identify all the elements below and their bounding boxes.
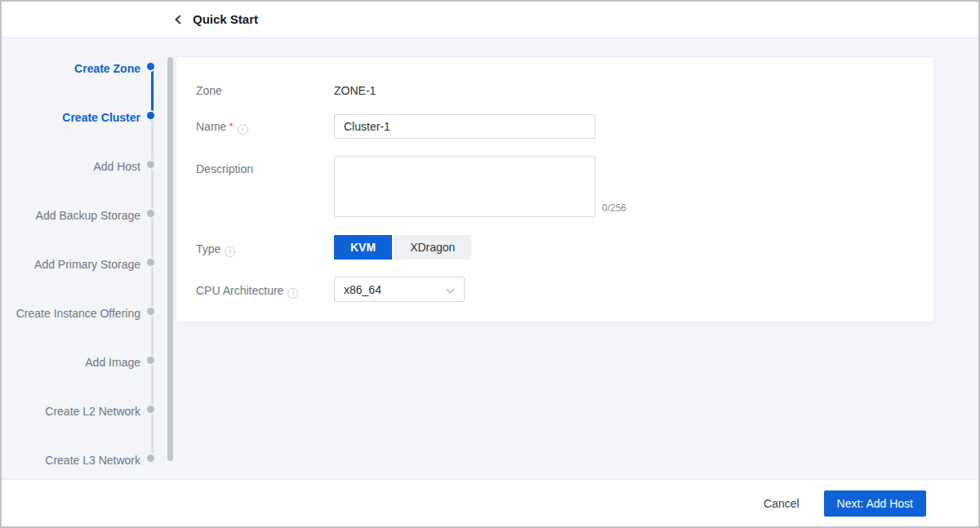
step-label: Add Image bbox=[85, 354, 140, 370]
step-label: Add Primary Storage bbox=[34, 256, 140, 273]
quick-start-window: Quick Start Create ZoneCreate ClusterAdd… bbox=[0, 0, 980, 528]
footer: Cancel Next: Add Host bbox=[2, 479, 978, 526]
page-title: Quick Start bbox=[193, 12, 258, 26]
step-item[interactable]: Create L3 Network bbox=[2, 452, 165, 468]
step-dot-icon bbox=[147, 455, 154, 462]
name-input[interactable] bbox=[334, 114, 595, 139]
step-dot-icon bbox=[147, 210, 154, 217]
type-info-icon[interactable]: i bbox=[225, 246, 235, 257]
type-label: Typei bbox=[196, 241, 235, 257]
step-dot-icon bbox=[147, 112, 154, 119]
step-dot-icon bbox=[147, 259, 154, 266]
step-dot-icon bbox=[147, 406, 154, 413]
type-option-xdragon[interactable]: XDragon bbox=[394, 235, 471, 260]
cpu-architecture-label: CPU Architecturei bbox=[196, 282, 298, 299]
cpu-architecture-info-icon[interactable]: i bbox=[287, 288, 298, 299]
description-char-counter: 0/256 bbox=[602, 202, 626, 214]
cancel-button[interactable]: Cancel bbox=[764, 497, 800, 510]
steps-sidebar: Create ZoneCreate ClusterAdd HostAdd Bac… bbox=[2, 38, 165, 479]
step-dot-icon bbox=[147, 357, 154, 364]
back-chevron-icon bbox=[175, 15, 184, 24]
scrollbar-thumb[interactable] bbox=[167, 57, 173, 461]
description-label: Description bbox=[196, 161, 253, 177]
step-label: Add Host bbox=[93, 158, 140, 175]
step-dot-icon bbox=[147, 63, 154, 70]
zone-label: Zone bbox=[196, 82, 222, 99]
cpu-architecture-select[interactable]: x86_64 bbox=[334, 277, 465, 302]
required-asterisk: * bbox=[229, 120, 233, 133]
step-item[interactable]: Create Instance Offering bbox=[2, 305, 165, 322]
type-option-group: KVMXDragon bbox=[334, 235, 471, 260]
step-label: Create Zone bbox=[74, 60, 140, 77]
step-item[interactable]: Add Host bbox=[2, 158, 165, 175]
header: Quick Start bbox=[2, 2, 978, 38]
step-item[interactable]: Create Cluster bbox=[2, 109, 165, 126]
type-option-kvm[interactable]: KVM bbox=[334, 235, 392, 260]
step-item[interactable]: Create Zone bbox=[2, 60, 165, 77]
name-info-icon[interactable]: i bbox=[238, 124, 248, 135]
create-cluster-form: Zone ZONE-1 Name*i Description 0/256 Typ… bbox=[176, 58, 933, 322]
step-label: Create Cluster bbox=[62, 109, 140, 126]
step-item[interactable]: Add Image bbox=[2, 354, 165, 370]
step-item[interactable]: Add Primary Storage bbox=[2, 256, 165, 273]
step-item[interactable]: Create L2 Network bbox=[2, 403, 165, 419]
step-dot-icon bbox=[147, 308, 154, 315]
back-button[interactable] bbox=[172, 11, 188, 28]
step-dot-icon bbox=[147, 161, 154, 168]
name-label: Name*i bbox=[196, 118, 248, 135]
main-area: Create ZoneCreate ClusterAdd HostAdd Bac… bbox=[2, 38, 978, 479]
description-textarea[interactable] bbox=[334, 156, 595, 217]
zone-value: ZONE-1 bbox=[334, 82, 376, 99]
step-label: Create L3 Network bbox=[45, 452, 140, 468]
step-label: Add Backup Storage bbox=[36, 207, 140, 224]
next-add-host-button[interactable]: Next: Add Host bbox=[824, 490, 926, 517]
step-label: Create L2 Network bbox=[45, 403, 140, 419]
step-label: Create Instance Offering bbox=[16, 305, 140, 322]
step-item[interactable]: Add Backup Storage bbox=[2, 207, 165, 224]
chevron-down-icon bbox=[447, 286, 455, 294]
